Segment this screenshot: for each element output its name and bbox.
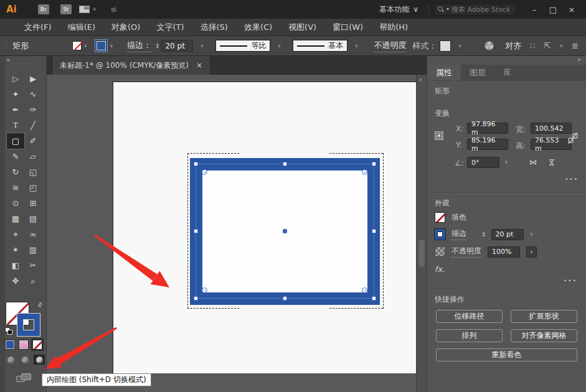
line-segment-tool[interactable]: ╱ — [24, 118, 42, 133]
bridge-button[interactable]: Br — [38, 4, 49, 14]
flip-vertical-icon[interactable]: ⋈ — [547, 159, 556, 166]
swap-fill-stroke-icon[interactable]: ⇄ — [35, 301, 44, 309]
scrollbar-thumb[interactable] — [418, 240, 425, 268]
menu-window[interactable]: 窗口(W) — [324, 22, 371, 33]
shape-builder-tool[interactable]: ⊙ — [7, 195, 24, 211]
arrange-button[interactable]: 排列 — [436, 329, 503, 342]
tab-libraries[interactable]: 库 — [494, 65, 520, 80]
maximize-button[interactable]: □ — [544, 1, 562, 17]
pen-tool[interactable]: ✒ — [7, 102, 24, 118]
align-label[interactable]: 对齐 — [505, 40, 521, 52]
tab-layers[interactable]: 图层 — [461, 65, 494, 80]
scale-tool[interactable]: ◱ — [24, 164, 42, 180]
shaper-tool[interactable]: ✎ — [7, 149, 24, 164]
workspace-switcher[interactable]: 基本功能 ∨ — [374, 2, 423, 17]
brush-definition-dropdown[interactable]: 基本 — [293, 40, 347, 52]
graphic-style-swatch[interactable] — [440, 40, 451, 52]
transform-panel-icon[interactable]: ∷ — [530, 41, 535, 50]
gradient-button[interactable] — [19, 340, 29, 350]
handle-top-center[interactable] — [283, 162, 287, 166]
handle-top-left[interactable] — [194, 162, 198, 166]
corner-widget-top-right[interactable] — [362, 169, 367, 175]
center-point[interactable] — [283, 229, 287, 233]
opacity-panel-link[interactable]: 不透明度 — [374, 40, 406, 52]
appearance-stroke-label[interactable]: 描边 — [451, 228, 466, 240]
draw-inside-button[interactable] — [34, 355, 45, 365]
profile-chevron-icon[interactable]: ∨ — [274, 40, 284, 52]
blend-tool[interactable]: ∞ — [24, 226, 42, 242]
appearance-opacity-label[interactable]: 不透明度 — [451, 246, 481, 258]
angle-chevron-icon[interactable]: ∨ — [504, 160, 508, 165]
angle-input[interactable]: 0° — [467, 157, 499, 168]
stepper-down-icon[interactable]: ▾ — [156, 46, 159, 49]
mesh-tool[interactable]: ▦ — [7, 211, 24, 226]
draw-normal-button[interactable] — [5, 355, 16, 365]
appearance-fill-label[interactable]: 填色 — [451, 212, 466, 223]
stroke-weight-input[interactable]: 20 pt — [161, 40, 193, 52]
opacity-input[interactable]: 100% — [488, 246, 520, 258]
screen-mode-button[interactable] — [16, 373, 32, 383]
perspective-grid-tool[interactable]: ⊞ — [24, 195, 42, 211]
brush-chevron-icon[interactable]: ∨ — [351, 40, 361, 52]
recolor-button[interactable]: 重新着色 — [436, 348, 577, 362]
menu-effect[interactable]: 效果(C) — [236, 22, 280, 33]
column-graph-tool[interactable]: ▥ — [24, 242, 42, 258]
collapse-tools-icon[interactable]: « — [6, 57, 10, 63]
fill-color-swatch[interactable] — [72, 41, 82, 50]
search-scope-chevron-icon[interactable]: ▾ — [447, 7, 449, 12]
appearance-stroke-stepper[interactable]: ▴ ▾ — [483, 231, 485, 238]
rectangle-tool[interactable]: ▢ — [7, 133, 24, 149]
flip-horizontal-icon[interactable]: ⋈ — [529, 158, 537, 167]
none-button[interactable] — [32, 340, 42, 350]
width-profile-dropdown[interactable]: 等比 — [215, 40, 270, 52]
eraser-tool[interactable]: ▱ — [24, 149, 42, 164]
stroke-color-swatch[interactable] — [95, 39, 108, 52]
control-bar-grip[interactable]: ┊┊ — [2, 42, 7, 50]
draw-behind-button[interactable] — [19, 355, 31, 365]
arrange-documents-chevron-icon[interactable]: ∨ — [93, 7, 97, 12]
handle-bottom-center[interactable] — [283, 296, 287, 301]
canvas-page[interactable] — [113, 82, 416, 373]
artboard-tool[interactable]: ◧ — [7, 258, 24, 273]
tools-grip[interactable]: ········ — [14, 62, 31, 67]
width-input[interactable]: 100.542 — [531, 123, 572, 134]
height-input[interactable]: 76.553 m — [531, 139, 572, 150]
x-input[interactable]: 97.896 m — [467, 123, 508, 134]
menu-edit[interactable]: 编辑(E) — [60, 22, 103, 33]
appearance-stroke-swatch[interactable] — [435, 229, 445, 240]
stroke-weight-stepper[interactable]: ▴ ▾ — [156, 43, 159, 49]
arrange-documents-icon[interactable] — [79, 6, 90, 13]
color-button[interactable] — [5, 340, 15, 350]
recolor-artwork-icon[interactable] — [484, 41, 494, 50]
selection-tool[interactable]: ▷ — [7, 71, 24, 86]
handle-bottom-right[interactable] — [372, 296, 376, 301]
appearance-more-options[interactable]: ••• — [427, 278, 586, 289]
stroke-chevron-icon[interactable]: ∨ — [110, 44, 113, 49]
type-tool[interactable]: T — [7, 118, 24, 133]
tab-close-icon[interactable]: × — [196, 61, 202, 70]
style-chevron-icon[interactable]: ∨ — [455, 40, 465, 52]
direct-selection-tool[interactable]: ▶ — [24, 71, 42, 86]
reference-point-selector[interactable] — [435, 131, 445, 141]
default-fill-stroke-icon[interactable] — [5, 327, 13, 335]
slice-tool[interactable]: ✂ — [24, 258, 42, 273]
document-tab[interactable]: 未标题-1* @ 100% (CMYK/像素预览) × — [52, 56, 210, 75]
corner-widget-bottom-left[interactable] — [202, 287, 207, 293]
paintbrush-tool[interactable]: ✐ — [24, 133, 42, 149]
search-input[interactable]: ▾ 搜索 Adobe Stock — [434, 4, 516, 16]
eyedropper-tool[interactable]: ⌖ — [7, 226, 24, 242]
zoom-tool[interactable]: ⌕ — [24, 273, 42, 289]
tab-properties[interactable]: 属性 — [427, 65, 461, 80]
handle-middle-left[interactable] — [194, 229, 198, 233]
rotate-tool[interactable]: ↻ — [7, 164, 24, 180]
magic-wand-tool[interactable]: ✦ — [7, 86, 24, 102]
expand-shape-button[interactable]: 扩展形状 — [511, 310, 577, 323]
align-pixel-grid-button[interactable]: 对齐像素网格 — [511, 329, 577, 342]
menu-file[interactable]: 文件(F) — [16, 22, 60, 33]
menu-type[interactable]: 文字(T) — [148, 22, 192, 33]
vertical-scrollbar[interactable]: ∧ — [416, 75, 427, 392]
transform-more-options[interactable]: ••• — [565, 176, 579, 182]
gradient-tool[interactable]: ▤ — [24, 211, 42, 226]
stroke-weight-chevron-icon[interactable]: ∨ — [197, 40, 207, 52]
free-transform-tool[interactable]: ◰ — [24, 180, 42, 195]
